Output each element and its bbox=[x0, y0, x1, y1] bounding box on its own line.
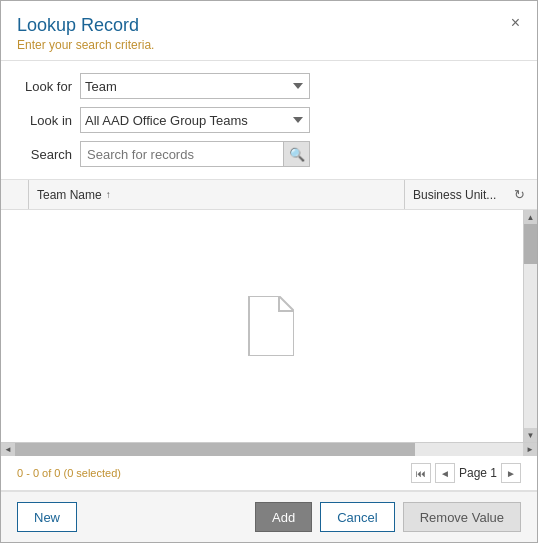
form-section: Look for Team Look in All AAD Office Gro… bbox=[1, 61, 537, 179]
hscroll-right-button[interactable]: ► bbox=[523, 443, 537, 456]
prev-page-button[interactable]: ◄ bbox=[435, 463, 455, 483]
dialog-subtitle: Enter your search criteria. bbox=[17, 38, 521, 52]
sort-arrow-icon: ↑ bbox=[106, 189, 111, 200]
scroll-thumb bbox=[524, 224, 537, 264]
next-page-button[interactable]: ► bbox=[501, 463, 521, 483]
table-body: ▲ ▼ bbox=[1, 210, 537, 442]
business-unit-col-header[interactable]: Business Unit... bbox=[405, 180, 505, 209]
new-button[interactable]: New bbox=[17, 502, 77, 532]
horizontal-scrollbar[interactable]: ◄ ► bbox=[1, 442, 537, 456]
dialog-header: Lookup Record Enter your search criteria… bbox=[1, 1, 537, 61]
look-in-wrap: All AAD Office Group Teams bbox=[80, 107, 310, 133]
close-button[interactable]: × bbox=[506, 13, 525, 33]
search-button[interactable]: 🔍 bbox=[283, 142, 309, 166]
checkbox-col bbox=[5, 180, 29, 209]
search-row: Search 🔍 bbox=[17, 141, 521, 167]
empty-document-icon bbox=[244, 296, 294, 356]
scroll-down-button[interactable]: ▼ bbox=[524, 428, 537, 442]
page-label: Page 1 bbox=[459, 466, 497, 480]
look-for-row: Look for Team bbox=[17, 73, 521, 99]
pagination: ⏮ ◄ Page 1 ► bbox=[403, 459, 529, 487]
team-name-col-header[interactable]: Team Name ↑ bbox=[29, 180, 405, 209]
add-button[interactable]: Add bbox=[255, 502, 312, 532]
first-page-button[interactable]: ⏮ bbox=[411, 463, 431, 483]
dialog-title: Lookup Record bbox=[17, 15, 521, 36]
results-table: Team Name ↑ Business Unit... ↻ ▲ ▼ bbox=[1, 179, 537, 491]
dialog-footer: New Add Cancel Remove Value bbox=[1, 491, 537, 542]
vertical-scrollbar[interactable]: ▲ ▼ bbox=[523, 210, 537, 442]
remove-value-button[interactable]: Remove Value bbox=[403, 502, 521, 532]
search-icon: 🔍 bbox=[289, 147, 305, 162]
scroll-up-button[interactable]: ▲ bbox=[524, 210, 537, 224]
search-label: Search bbox=[17, 147, 72, 162]
look-for-label: Look for bbox=[17, 79, 72, 94]
look-in-select[interactable]: All AAD Office Group Teams bbox=[80, 107, 310, 133]
hscroll-track bbox=[15, 443, 523, 456]
search-wrap: 🔍 bbox=[80, 141, 310, 167]
scroll-track bbox=[524, 224, 537, 428]
cancel-button[interactable]: Cancel bbox=[320, 502, 394, 532]
lookup-record-dialog: Lookup Record Enter your search criteria… bbox=[0, 0, 538, 543]
look-in-row: Look in All AAD Office Group Teams bbox=[17, 107, 521, 133]
empty-state-icon bbox=[244, 296, 294, 356]
refresh-icon: ↻ bbox=[514, 187, 525, 202]
look-for-select[interactable]: Team bbox=[80, 73, 310, 99]
refresh-button[interactable]: ↻ bbox=[505, 180, 533, 209]
record-count-status: 0 - 0 of 0 (0 selected) bbox=[9, 463, 129, 483]
look-for-wrap: Team bbox=[80, 73, 310, 99]
hscroll-thumb bbox=[15, 443, 415, 456]
hscroll-left-button[interactable]: ◄ bbox=[1, 443, 15, 456]
table-header: Team Name ↑ Business Unit... ↻ bbox=[1, 180, 537, 210]
search-input[interactable] bbox=[81, 142, 283, 166]
look-in-label: Look in bbox=[17, 113, 72, 128]
